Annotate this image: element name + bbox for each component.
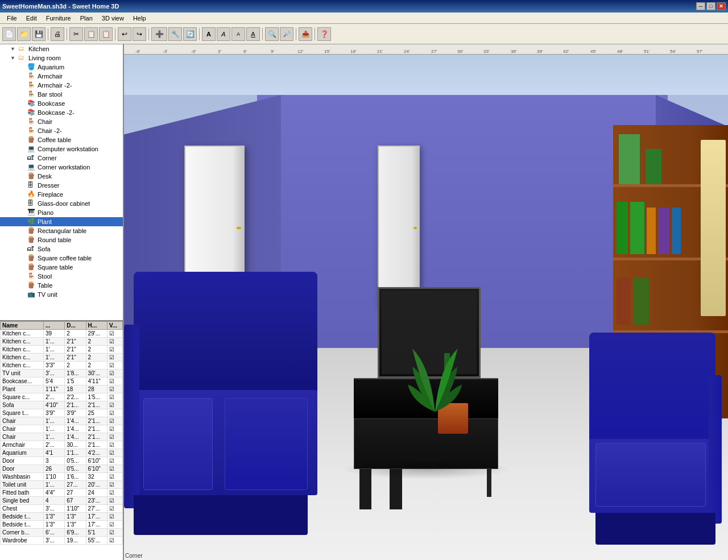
table-row[interactable]: Chair1'...1'4...2'1...☑ [1, 433, 123, 441]
3d-view-area[interactable]: -6' -3' -0' 3' 6' 9' 12' 15' 18' 21' 24'… [124, 44, 728, 560]
table-row[interactable]: Chest3'...1'10"27'...☑ [1, 505, 123, 513]
maximize-button[interactable]: □ [706, 2, 715, 10]
print-button[interactable]: 🖨 [51, 27, 64, 41]
tree-item-recttable[interactable]: 🪵 Rectangular table [0, 226, 123, 235]
table-cell-18-4: ☑ [107, 473, 122, 481]
text-b-button[interactable]: A [217, 27, 230, 41]
tree-item-squaretable[interactable]: 🪵 Square table [0, 263, 123, 272]
text-d-button[interactable]: A [246, 27, 260, 41]
save-button[interactable]: 💾 [32, 27, 46, 41]
minimize-button[interactable]: ─ [696, 2, 705, 10]
tree-item-chair2[interactable]: 🪑 Chair -2- [0, 126, 123, 135]
table-row[interactable]: Bedside t...1'3"1'3"17'...☑ [1, 521, 123, 529]
table-row[interactable]: Chair1'...1'4...2'1...☑ [1, 417, 123, 425]
tree-item-desk[interactable]: 🪵 Desk [0, 172, 123, 181]
table-cell-0-3: 29'... [86, 330, 107, 338]
undo-button[interactable]: ↩ [118, 27, 131, 41]
text-a-button[interactable]: A [202, 27, 216, 41]
tree-item-squarecoffee[interactable]: 🪵 Square coffee table [0, 254, 123, 263]
tree-item-piano[interactable]: 🎹 Piano [0, 208, 123, 217]
3d-canvas[interactable]: Corner [124, 55, 728, 560]
table-row[interactable]: Kitchen c...1'...2'1"2☑ [1, 346, 123, 354]
zoom-in-button[interactable]: 🔍 [265, 27, 279, 41]
tree-item-armchair2[interactable]: 🪑 Armchair -2- [0, 81, 123, 90]
tree-item-dresser[interactable]: 🗄 Dresser [0, 181, 123, 190]
tree-item-table[interactable]: 🪵 Table [0, 281, 123, 290]
new-button[interactable]: 📄 [2, 27, 16, 41]
help-button[interactable]: ❓ [317, 27, 331, 41]
table-row[interactable]: Armchair2'...30...2'1...☑ [1, 441, 123, 449]
open-button[interactable]: 📁 [17, 27, 31, 41]
col-header-dots[interactable]: ... [43, 322, 64, 330]
table-row[interactable]: Toilet unit1'...27...20'...☑ [1, 481, 123, 489]
tree-item-tvunit[interactable]: 📺 TV unit [0, 290, 123, 299]
tree-item-cornerws[interactable]: 💻 Corner workstation [0, 163, 123, 172]
menu-file[interactable]: File [2, 14, 22, 23]
col-header-h[interactable]: H... [86, 322, 107, 330]
furniture-tree[interactable]: ▼ 🗂 Kitchen ▼ 🗂 Living room 🪣 Aquarium [0, 44, 123, 321]
menu-edit[interactable]: Edit [22, 14, 42, 23]
table-row[interactable]: Fitted bath4'4"2724☑ [1, 489, 123, 497]
add-furniture-button[interactable]: ➕ [151, 27, 167, 41]
tree-item-sofa[interactable]: 🛋 Sofa [0, 244, 123, 254]
table-row[interactable]: Kitchen c...1'...2'1"2☑ [1, 354, 123, 362]
tree-item-coffeetable[interactable]: 🪵 Coffee table [0, 135, 123, 144]
table-row[interactable]: Bookcase...5'41'54'11"☑ [1, 378, 123, 385]
table-row[interactable]: Square c...2'...2'2...1'5...☑ [1, 393, 123, 401]
table-row[interactable]: Kitchen c...3'3"22☑ [1, 362, 123, 370]
menu-help[interactable]: Help [129, 14, 151, 23]
tree-item-livingroom[interactable]: ▼ 🗂 Living room [0, 53, 123, 63]
modify-button[interactable]: 🔧 [168, 27, 182, 41]
redo-button[interactable]: ↪ [133, 27, 146, 41]
tree-item-cornersofa[interactable]: 🛋 Corner [0, 154, 123, 163]
table-cell-12-0: Chair [1, 425, 44, 433]
table-row[interactable]: Washbasin1'101'6...32☑ [1, 473, 123, 481]
table-row[interactable]: Plant1'11"1828☑ [1, 385, 123, 393]
table-row[interactable]: Kitchen c...39229'...☑ [1, 330, 123, 338]
rotate-button[interactable]: 🔄 [183, 27, 197, 41]
table-row[interactable]: Sofa4'10"2'1...2'1...☑ [1, 401, 123, 409]
tree-item-plant[interactable]: 🌿 Plant [0, 217, 123, 226]
tree-item-computerws[interactable]: 💻 Computer workstation [0, 144, 123, 154]
table-cell-21-0: Single bed [1, 497, 44, 505]
col-header-name[interactable]: Name [1, 322, 44, 330]
table-row[interactable]: Aquarium4'11'1...4'2...☑ [1, 449, 123, 457]
table-row[interactable]: Door30'5...6'10"☑ [1, 457, 123, 465]
tree-item-glasscabinet[interactable]: 🗄 Glass-door cabinet [0, 199, 123, 208]
tree-item-aquarium[interactable]: 🪣 Aquarium [0, 63, 123, 72]
copy-button[interactable]: 📋 [84, 27, 98, 41]
furniture-table[interactable]: Name ... D... H... V... Kitchen c...3922… [0, 321, 123, 560]
book-green-1 [619, 134, 639, 184]
table-row[interactable]: Wardrobe3'...19...55'...☑ [1, 537, 123, 545]
table-cell-8-2: 2'2... [65, 393, 86, 401]
menu-furniture[interactable]: Furniture [42, 14, 76, 23]
table-cell-16-0: Door [1, 457, 44, 465]
table-row[interactable]: Corner b...6'...6'9...5'1☑ [1, 529, 123, 537]
tree-item-kitchen[interactable]: ▼ 🗂 Kitchen [0, 44, 123, 53]
tree-item-roundtable[interactable]: 🪵 Round table [0, 235, 123, 244]
table-row[interactable]: Chair1'...1'4...2'1...☑ [1, 425, 123, 433]
table-row[interactable]: Square t...3'9"3'9"25☑ [1, 409, 123, 417]
tree-item-fireplace[interactable]: 🔥 Fireplace [0, 190, 123, 199]
tree-item-bookcase2[interactable]: 📚 Bookcase -2- [0, 108, 123, 117]
col-header-d[interactable]: D... [65, 322, 86, 330]
menu-plan[interactable]: Plan [76, 14, 97, 23]
tree-item-bookcase[interactable]: 📚 Bookcase [0, 99, 123, 108]
table-row[interactable]: TV unit3'...1'8...30'...☑ [1, 370, 123, 378]
tree-item-barstool[interactable]: 🪑 Bar stool [0, 90, 123, 99]
table-row[interactable]: Door260'5...6'10"☑ [1, 465, 123, 473]
export-button[interactable]: 📤 [299, 27, 312, 41]
paste-button[interactable]: 📋 [99, 27, 113, 41]
cut-button[interactable]: ✂ [69, 27, 83, 41]
tree-item-stool[interactable]: 🪑 Stool [0, 272, 123, 281]
tree-item-chair[interactable]: 🪑 Chair [0, 117, 123, 126]
menu-3dview[interactable]: 3D view [97, 14, 129, 23]
text-c-button[interactable]: A [231, 27, 245, 41]
zoom-out-button[interactable]: 🔎 [280, 27, 293, 41]
table-row[interactable]: Kitchen c...1'...2'1"2☑ [1, 338, 123, 346]
close-button[interactable]: ✕ [717, 2, 726, 10]
tree-item-armchair[interactable]: 🪑 Armchair [0, 72, 123, 81]
table-row[interactable]: Single bed46723'...☑ [1, 497, 123, 505]
table-row[interactable]: Bedside t...1'3"1'3"17'...☑ [1, 513, 123, 521]
col-header-v[interactable]: V... [107, 322, 122, 330]
